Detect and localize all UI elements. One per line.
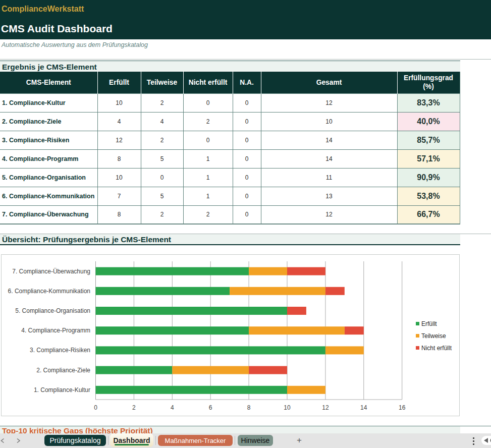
- svg-text:0: 0: [94, 404, 97, 411]
- svg-text:12: 12: [322, 404, 329, 411]
- svg-text:5. Compliance-Organisation: 5. Compliance-Organisation: [15, 307, 90, 314]
- svg-text:8: 8: [247, 404, 251, 411]
- svg-text:Erfüllt: Erfüllt: [421, 320, 437, 327]
- svg-text:3. Compliance-Risiken: 3. Compliance-Risiken: [30, 347, 90, 354]
- svg-text:16: 16: [399, 404, 406, 411]
- svg-text:4. Compliance-Programm: 4. Compliance-Programm: [21, 327, 90, 334]
- svg-text:Teilweise: Teilweise: [421, 332, 446, 340]
- svg-text:6: 6: [209, 404, 212, 411]
- svg-text:10: 10: [284, 404, 291, 411]
- svg-text:1. Compliance-Kultur: 1. Compliance-Kultur: [34, 386, 90, 394]
- svg-text:Nicht erfüllt: Nicht erfüllt: [421, 345, 452, 352]
- svg-text:7. Compliance-Überwachung: 7. Compliance-Überwachung: [12, 268, 90, 275]
- svg-text:4: 4: [171, 404, 174, 411]
- svg-text:6. Compliance-Kommunikation: 6. Compliance-Kommunikation: [8, 288, 90, 295]
- svg-text:2. Compliance-Ziele: 2. Compliance-Ziele: [36, 367, 90, 374]
- svg-text:14: 14: [360, 404, 367, 411]
- svg-text:2: 2: [132, 404, 136, 411]
